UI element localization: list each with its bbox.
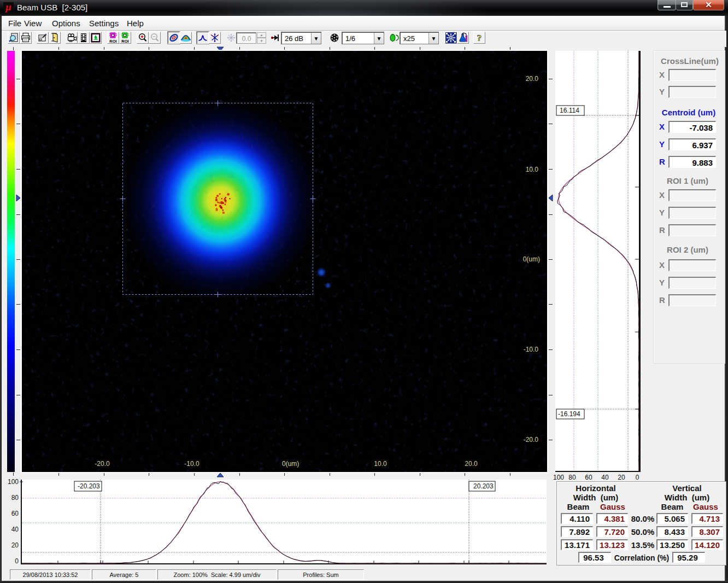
svg-text:0(um): 0(um) bbox=[523, 255, 540, 263]
svg-text:?: ? bbox=[477, 33, 482, 43]
svg-text:10.0: 10.0 bbox=[526, 166, 539, 173]
svg-text:10.0: 10.0 bbox=[374, 460, 387, 468]
svg-text:-10.0: -10.0 bbox=[524, 346, 539, 353]
svg-text:-16.194: -16.194 bbox=[558, 410, 580, 418]
svg-text:-10.0: -10.0 bbox=[184, 460, 199, 468]
svg-text:20.0: 20.0 bbox=[526, 75, 539, 83]
svg-text:ROI: ROI bbox=[121, 39, 128, 43]
svg-text:16.114: 16.114 bbox=[560, 107, 579, 114]
svg-text:-20.0: -20.0 bbox=[95, 460, 110, 468]
svg-text:0(um): 0(um) bbox=[282, 460, 299, 468]
svg-text:20.203: 20.203 bbox=[473, 482, 494, 490]
svg-text:-20.0: -20.0 bbox=[524, 436, 539, 444]
svg-text:20.0: 20.0 bbox=[465, 460, 478, 468]
svg-text:-20.203: -20.203 bbox=[78, 482, 100, 490]
svg-text:ROI: ROI bbox=[109, 39, 116, 43]
